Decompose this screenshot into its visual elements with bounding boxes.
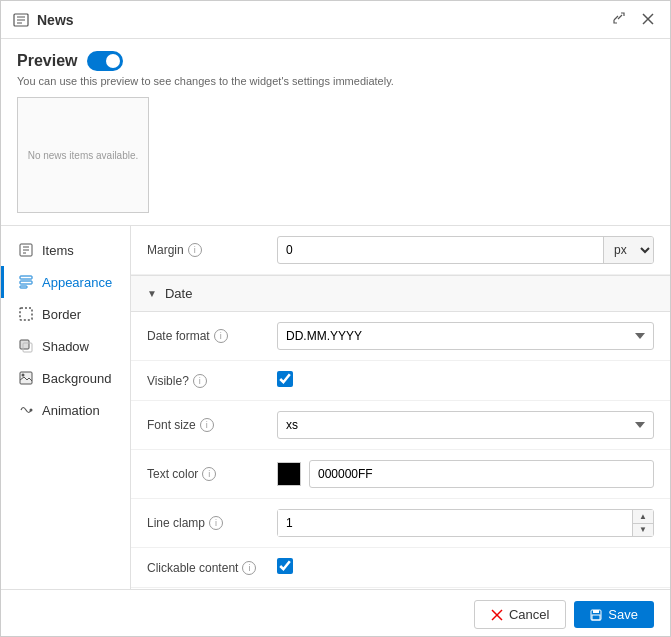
line-clamp-input[interactable] xyxy=(278,510,632,536)
line-clamp-row: Line clamp i ▲ ▼ xyxy=(131,499,670,548)
appearance-icon xyxy=(18,274,34,290)
svg-rect-14 xyxy=(20,340,29,349)
sidebar-item-label: Items xyxy=(42,243,74,258)
font-size-select[interactable]: xs sm md lg xl xyxy=(277,411,654,439)
close-button[interactable] xyxy=(638,10,658,30)
clickable-info-icon[interactable]: i xyxy=(242,561,256,575)
svg-rect-11 xyxy=(20,281,32,284)
font-size-label: Font size i xyxy=(147,418,267,432)
color-swatch[interactable] xyxy=(277,462,301,486)
no-items-text: No news items available. xyxy=(28,150,139,161)
cancel-button[interactable]: Cancel xyxy=(474,600,566,629)
title-bar-actions xyxy=(608,9,658,30)
visible-label: Visible? i xyxy=(147,374,267,388)
preview-description: You can use this preview to see changes … xyxy=(17,75,654,87)
background-icon xyxy=(18,370,34,386)
sidebar-item-appearance[interactable]: Appearance xyxy=(1,266,130,298)
margin-info-icon[interactable]: i xyxy=(188,243,202,257)
sidebar-item-label: Shadow xyxy=(42,339,89,354)
line-clamp-spinner: ▲ ▼ xyxy=(277,509,654,537)
sidebar-item-animation[interactable]: Animation xyxy=(1,394,130,426)
preview-box: No news items available. xyxy=(17,97,149,213)
preview-header: Preview xyxy=(17,51,654,71)
cancel-icon xyxy=(491,609,503,621)
sidebar-item-border[interactable]: Border xyxy=(1,298,130,330)
preview-toggle[interactable] xyxy=(87,51,123,71)
visible-info-icon[interactable]: i xyxy=(193,374,207,388)
svg-rect-23 xyxy=(592,615,600,620)
right-panel: Margin i px em % xyxy=(131,226,670,589)
color-value-input[interactable] xyxy=(309,460,654,488)
clickable-content-control xyxy=(277,558,654,577)
date-section-header[interactable]: ▼ Date xyxy=(131,275,670,312)
margin-input-group: px em % xyxy=(277,236,654,264)
preview-title: Preview xyxy=(17,52,77,70)
clickable-content-checkbox[interactable] xyxy=(277,558,293,574)
font-size-info-icon[interactable]: i xyxy=(200,418,214,432)
border-icon xyxy=(18,306,34,322)
sidebar-item-shadow[interactable]: Shadow xyxy=(1,330,130,362)
spinner-down-button[interactable]: ▼ xyxy=(633,524,653,537)
chevron-down-icon: ▼ xyxy=(147,288,157,299)
content-area: Preview You can use this preview to see … xyxy=(1,39,670,637)
date-format-label: Date format i xyxy=(147,329,267,343)
text-color-control xyxy=(277,460,654,488)
sidebar-item-background[interactable]: Background xyxy=(1,362,130,394)
date-format-row: Date format i DD.MM.YYYY MM/DD/YYYY YYYY… xyxy=(131,312,670,361)
spinner-up-button[interactable]: ▲ xyxy=(633,510,653,524)
bottom-bar: Cancel Save xyxy=(1,589,670,637)
save-icon xyxy=(590,609,602,621)
margin-input[interactable] xyxy=(278,239,603,261)
margin-row: Margin i px em % xyxy=(131,226,670,275)
sidebar-item-label: Background xyxy=(42,371,111,386)
animation-icon xyxy=(18,402,34,418)
visible-checkbox[interactable] xyxy=(277,371,293,387)
visible-row: Visible? i xyxy=(131,361,670,401)
svg-point-18 xyxy=(30,409,33,412)
line-clamp-label: Line clamp i xyxy=(147,516,267,530)
expand-button[interactable] xyxy=(608,9,630,30)
sidebar: Items Appearance xyxy=(1,226,131,589)
main-layout: Items Appearance xyxy=(1,226,670,589)
svg-rect-22 xyxy=(593,610,599,613)
margin-label: Margin i xyxy=(147,243,267,257)
margin-unit-select[interactable]: px em % xyxy=(603,237,653,263)
right-panel-inner: Margin i px em % xyxy=(131,226,670,589)
line-clamp-info-icon[interactable]: i xyxy=(209,516,223,530)
line-clamp-control: ▲ ▼ xyxy=(277,509,654,537)
svg-rect-13 xyxy=(20,308,32,320)
visible-control xyxy=(277,371,654,390)
text-color-info-icon[interactable]: i xyxy=(202,467,216,481)
text-color-label: Text color i xyxy=(147,467,267,481)
font-size-row: Font size i xs sm md lg xl xyxy=(131,401,670,450)
date-format-control: DD.MM.YYYY MM/DD/YYYY YYYY-MM-DD DD/MM/Y… xyxy=(277,322,654,350)
sidebar-item-label: Appearance xyxy=(42,275,112,290)
shadow-icon xyxy=(18,338,34,354)
news-icon xyxy=(13,12,29,28)
sidebar-item-label: Animation xyxy=(42,403,100,418)
background-heading: Background xyxy=(131,588,670,589)
svg-rect-16 xyxy=(20,372,32,384)
text-color-row: Text color i xyxy=(131,450,670,499)
font-size-control: xs sm md lg xl xyxy=(277,411,654,439)
sidebar-item-label: Border xyxy=(42,307,81,322)
title-bar: News xyxy=(1,1,670,39)
svg-rect-10 xyxy=(20,276,32,279)
clickable-content-label: Clickable content i xyxy=(147,561,267,575)
preview-section: Preview You can use this preview to see … xyxy=(1,39,670,226)
margin-control: px em % xyxy=(277,236,654,264)
window-title: News xyxy=(37,12,74,28)
svg-rect-12 xyxy=(20,286,27,288)
spinner-buttons: ▲ ▼ xyxy=(632,510,653,536)
sidebar-item-items[interactable]: Items xyxy=(1,234,130,266)
date-format-info-icon[interactable]: i xyxy=(214,329,228,343)
date-format-select[interactable]: DD.MM.YYYY MM/DD/YYYY YYYY-MM-DD DD/MM/Y… xyxy=(277,322,654,350)
clickable-content-row: Clickable content i xyxy=(131,548,670,588)
svg-point-17 xyxy=(22,374,25,377)
save-button[interactable]: Save xyxy=(574,601,654,628)
date-section-label: Date xyxy=(165,286,192,301)
color-row xyxy=(277,460,654,488)
title-bar-left: News xyxy=(13,12,74,28)
items-icon xyxy=(18,242,34,258)
